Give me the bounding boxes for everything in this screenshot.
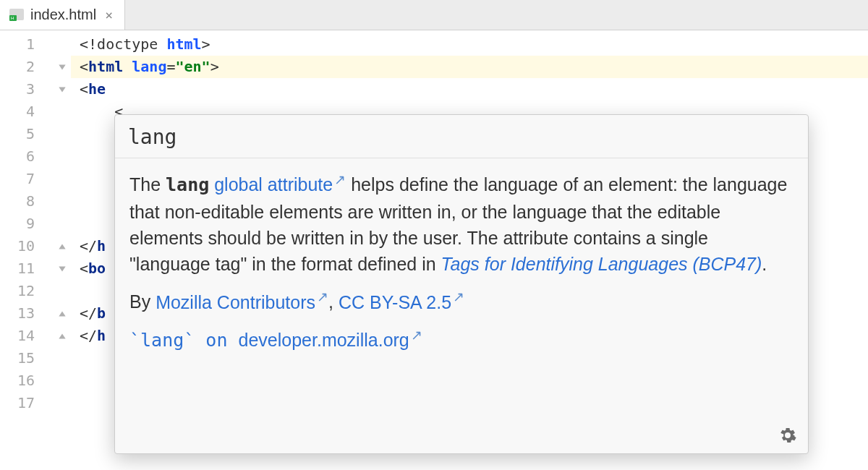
line-number: 15: [0, 347, 55, 369]
line-number: 9: [0, 213, 55, 235]
external-link-icon: ↗: [317, 287, 328, 307]
line-number: 1: [0, 33, 55, 56]
line-number: 7: [0, 168, 55, 190]
html-file-icon: H: [9, 7, 25, 22]
line-number: 14: [0, 325, 55, 347]
fold-toggle-icon[interactable]: [56, 257, 68, 280]
popup-title: lang: [115, 115, 808, 158]
line-number: 10: [0, 235, 55, 257]
fold-end-icon[interactable]: [56, 302, 68, 325]
gear-icon[interactable]: [779, 424, 799, 445]
line-number: 16: [0, 369, 55, 392]
fold-column: [55, 30, 71, 470]
line-number: 17: [0, 392, 55, 414]
mdn-link[interactable]: `lang` on developer.mozilla.org↗: [129, 330, 422, 350]
file-tab[interactable]: H index.html ×: [0, 0, 125, 30]
line-number: 6: [0, 145, 55, 168]
external-link-icon: ↗: [453, 287, 464, 307]
fold-end-icon[interactable]: [56, 235, 68, 257]
fold-toggle-icon[interactable]: [56, 78, 68, 101]
code-line-active[interactable]: <html lang="en">: [71, 56, 868, 78]
line-number: 2: [0, 56, 55, 78]
tab-filename: index.html: [30, 7, 96, 23]
line-number: 11: [0, 257, 55, 280]
code-line[interactable]: <he: [71, 78, 868, 101]
documentation-popup: lang The lang global attribute↗ helps de…: [114, 114, 809, 454]
line-number: 12: [0, 280, 55, 302]
line-number: 8: [0, 190, 55, 213]
bcp47-link[interactable]: Tags for Identifying Languages (BCP47): [441, 254, 762, 274]
close-icon[interactable]: ×: [102, 7, 116, 22]
line-number: 13: [0, 302, 55, 325]
line-number-gutter: 1 2 3 4 5 6 7 8 9 10 11 12 13 14 15 16 1…: [0, 30, 55, 470]
popup-description: The lang global attribute↗ helps define …: [129, 170, 793, 277]
license-link[interactable]: CC BY-SA 2.5↗: [339, 292, 464, 312]
external-link-icon: ↗: [334, 170, 346, 189]
line-number: 3: [0, 78, 55, 101]
editor-area: 1 2 3 4 5 6 7 8 9 10 11 12 13 14 15 16 1…: [0, 30, 868, 470]
global-attribute-link[interactable]: global attribute↗: [214, 174, 346, 195]
popup-body: The lang global attribute↗ helps define …: [115, 158, 808, 453]
popup-attribution: By Mozilla Contributors↗, CC BY-SA 2.5↗: [129, 287, 793, 315]
fold-toggle-icon[interactable]: [56, 56, 68, 78]
line-number: 4: [0, 101, 55, 123]
tab-bar: H index.html ×: [0, 0, 868, 30]
external-link-icon: ↗: [411, 325, 422, 345]
fold-end-icon[interactable]: [56, 325, 68, 347]
mozilla-contributors-link[interactable]: Mozilla Contributors↗: [156, 292, 328, 312]
line-number: 5: [0, 123, 55, 145]
svg-text:H: H: [11, 16, 14, 20]
code-line[interactable]: <!doctype html>: [71, 33, 868, 56]
popup-mdn-link-row: `lang` on developer.mozilla.org↗: [129, 325, 793, 354]
